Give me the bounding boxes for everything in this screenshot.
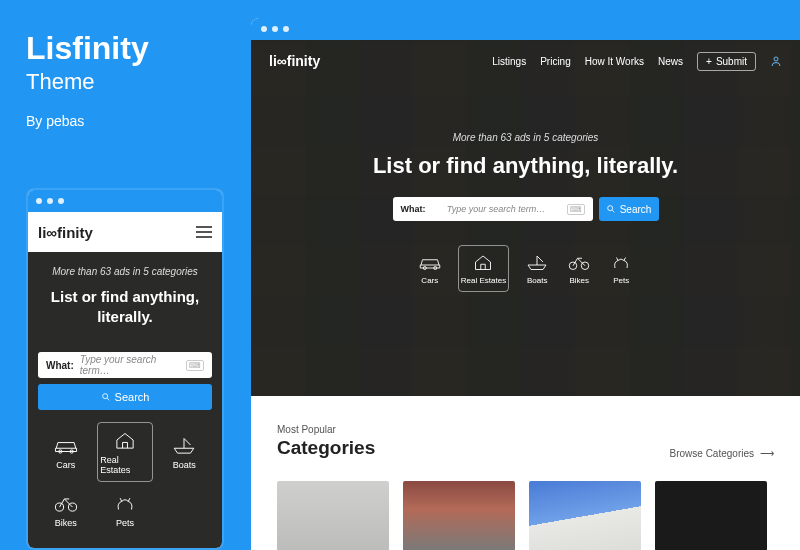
window-dot-icon bbox=[47, 198, 53, 204]
mobile-search-bar: What: Type your search term… ⌨ Search bbox=[28, 340, 222, 422]
promo-title: Lisfinity bbox=[26, 30, 149, 67]
logo[interactable]: li∞finity bbox=[269, 53, 320, 69]
headline: List or find anything, literally. bbox=[311, 153, 740, 179]
category-boats[interactable]: Boats bbox=[157, 422, 212, 482]
search-button-label: Search bbox=[620, 204, 652, 215]
tagline: More than 63 ads in 5 categories bbox=[38, 266, 212, 277]
category-thumbnail[interactable] bbox=[277, 481, 389, 550]
submit-label: Submit bbox=[716, 56, 747, 67]
desktop-body: li∞finity Listings Pricing How It Works … bbox=[251, 40, 800, 550]
nav-how-it-works[interactable]: How It Works bbox=[585, 56, 644, 67]
category-label: Pets bbox=[116, 518, 134, 528]
window-dot-icon bbox=[272, 26, 278, 32]
category-pets[interactable]: Pets bbox=[607, 245, 635, 292]
mobile-body: li∞finity More than 63 ads in 5 categori… bbox=[28, 212, 222, 548]
nav-news[interactable]: News bbox=[658, 56, 683, 67]
user-icon[interactable] bbox=[770, 55, 782, 67]
svg-point-0 bbox=[102, 394, 107, 399]
categories-section: Most Popular Categories Browse Categorie… bbox=[251, 396, 800, 550]
search-button-label: Search bbox=[115, 391, 150, 403]
category-label: Cars bbox=[421, 276, 438, 285]
desktop-search-bar: What: Type your search term… ⌨ Search bbox=[311, 197, 740, 221]
submit-button[interactable]: + Submit bbox=[697, 52, 756, 71]
category-label: Real Estates bbox=[461, 276, 506, 285]
bike-icon bbox=[53, 492, 79, 514]
desktop-categories: Cars Real Estates Boats Bikes bbox=[311, 245, 740, 292]
hero-center: More than 63 ads in 5 categories List or… bbox=[251, 132, 800, 292]
car-icon bbox=[53, 434, 79, 456]
category-label: Pets bbox=[613, 276, 629, 285]
category-thumbnail[interactable] bbox=[529, 481, 641, 550]
hamburger-icon[interactable] bbox=[196, 226, 212, 238]
category-label: Bikes bbox=[569, 276, 589, 285]
category-boats[interactable]: Boats bbox=[523, 245, 551, 292]
category-pets[interactable]: Pets bbox=[97, 486, 152, 534]
window-dot-icon bbox=[261, 26, 267, 32]
nav-pricing[interactable]: Pricing bbox=[540, 56, 571, 67]
bike-icon bbox=[567, 252, 591, 272]
desktop-titlebar bbox=[251, 18, 800, 40]
search-icon bbox=[606, 204, 616, 214]
desktop-preview-frame: li∞finity Listings Pricing How It Works … bbox=[251, 18, 800, 550]
promo-block: Lisfinity Theme By pebas bbox=[26, 30, 149, 129]
search-placeholder: Type your search term… bbox=[432, 204, 561, 214]
pet-icon bbox=[609, 252, 633, 272]
window-dot-icon bbox=[36, 198, 42, 204]
browse-categories-link[interactable]: Browse Categories ⟶ bbox=[670, 448, 774, 459]
mobile-titlebar bbox=[28, 190, 222, 212]
category-cars[interactable]: Cars bbox=[38, 422, 93, 482]
category-label: Real Estates bbox=[100, 455, 149, 475]
category-thumbnail[interactable] bbox=[403, 481, 515, 550]
tagline: More than 63 ads in 5 categories bbox=[311, 132, 740, 143]
promo-author: By pebas bbox=[26, 113, 149, 129]
category-bikes[interactable]: Bikes bbox=[565, 245, 593, 292]
promo-subtitle: Theme bbox=[26, 69, 149, 95]
category-bikes[interactable]: Bikes bbox=[38, 486, 93, 534]
search-input[interactable]: What: Type your search term… ⌨ bbox=[393, 197, 593, 221]
search-icon bbox=[101, 392, 111, 402]
category-real-estates[interactable]: Real Estates bbox=[458, 245, 509, 292]
search-input[interactable]: What: Type your search term… ⌨ bbox=[38, 352, 212, 378]
section-title: Categories bbox=[277, 437, 375, 459]
search-button[interactable]: Search bbox=[599, 197, 659, 221]
mobile-preview-frame: li∞finity More than 63 ads in 5 categori… bbox=[26, 188, 224, 550]
category-label: Boats bbox=[527, 276, 547, 285]
search-placeholder: Type your search term… bbox=[80, 354, 180, 376]
arrow-right-icon: ⟶ bbox=[760, 448, 774, 459]
house-icon bbox=[112, 429, 138, 451]
window-dot-icon bbox=[283, 26, 289, 32]
svg-point-6 bbox=[774, 57, 778, 61]
boat-icon bbox=[171, 434, 197, 456]
svg-line-8 bbox=[612, 210, 614, 212]
section-header: Most Popular Categories Browse Categorie… bbox=[277, 424, 774, 459]
search-button[interactable]: Search bbox=[38, 384, 212, 410]
svg-point-7 bbox=[607, 206, 612, 211]
mobile-categories: Cars Real Estates Boats Bikes Pets bbox=[28, 422, 222, 534]
category-real-estates[interactable]: Real Estates bbox=[97, 422, 152, 482]
headline: List or find anything, literally. bbox=[38, 287, 212, 326]
category-thumbnails bbox=[277, 481, 774, 550]
search-what-label: What: bbox=[401, 204, 426, 214]
keyboard-hint-icon: ⌨ bbox=[186, 360, 204, 371]
plus-icon: + bbox=[706, 56, 712, 67]
logo[interactable]: li∞finity bbox=[38, 224, 93, 241]
car-icon bbox=[418, 252, 442, 272]
category-cars[interactable]: Cars bbox=[416, 245, 444, 292]
search-what-label: What: bbox=[46, 360, 74, 371]
section-label: Most Popular bbox=[277, 424, 375, 435]
pet-icon bbox=[112, 492, 138, 514]
category-label: Cars bbox=[56, 460, 75, 470]
desktop-nav: Listings Pricing How It Works News + Sub… bbox=[492, 52, 782, 71]
svg-line-1 bbox=[107, 398, 109, 400]
boat-icon bbox=[525, 252, 549, 272]
mobile-header: li∞finity bbox=[28, 212, 222, 252]
category-label: Bikes bbox=[55, 518, 77, 528]
category-thumbnail[interactable] bbox=[655, 481, 767, 550]
nav-listings[interactable]: Listings bbox=[492, 56, 526, 67]
category-label: Boats bbox=[173, 460, 196, 470]
hero-section: li∞finity Listings Pricing How It Works … bbox=[251, 40, 800, 396]
keyboard-hint-icon: ⌨ bbox=[567, 204, 585, 215]
desktop-header: li∞finity Listings Pricing How It Works … bbox=[251, 40, 800, 82]
browse-label: Browse Categories bbox=[670, 448, 754, 459]
mobile-hero: More than 63 ads in 5 categories List or… bbox=[28, 252, 222, 340]
